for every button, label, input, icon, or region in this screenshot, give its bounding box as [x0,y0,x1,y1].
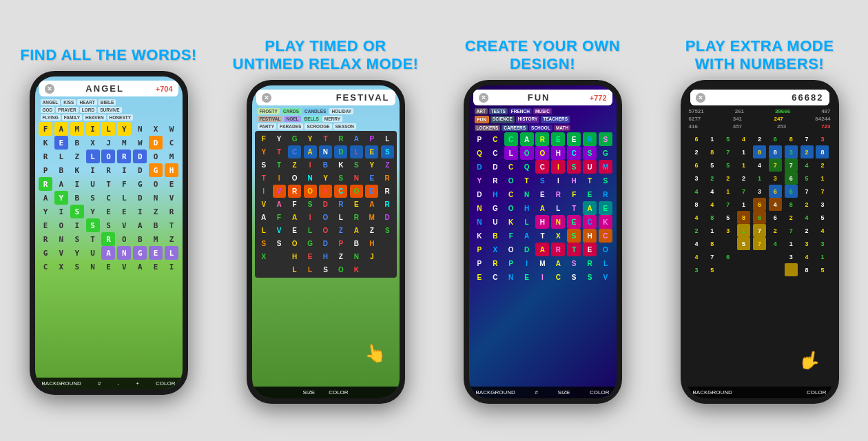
grid-cell[interactable]: B [54,163,68,177]
grid-cell[interactable]: O [149,177,163,191]
grid-cell[interactable]: I [304,211,317,224]
grid-cell[interactable]: B [350,237,363,250]
grid-cell[interactable]: S [599,174,612,187]
grid-cell[interactable]: R [39,150,52,163]
grid-cell[interactable]: T [86,232,100,246]
grid-cell[interactable]: Z [70,150,84,163]
search-bar-4[interactable]: ✕ 66682 [690,90,829,105]
grid-cell[interactable]: R [381,198,394,211]
grid-cell[interactable]: D [473,187,486,201]
grid-cell[interactable]: K [473,229,486,243]
grid-cell[interactable]: Z [334,250,347,263]
grid-cell[interactable]: T [257,172,270,185]
grid-cell[interactable] [365,263,378,276]
grid-cell[interactable]: D [149,136,163,150]
grid-cell[interactable]: Y [39,205,52,218]
grid-cell[interactable]: P [473,243,486,256]
grid-cell[interactable]: M [165,150,178,163]
grid-cell[interactable]: F [288,198,301,211]
grid-cell[interactable]: X [257,250,270,263]
grid-cell[interactable]: O [288,172,301,185]
grid-cell[interactable]: S [257,158,270,172]
num-cell[interactable]: 1 [816,172,829,185]
grid-cell[interactable]: Y [473,174,486,187]
grid-cell[interactable]: O [599,243,612,256]
grid-cell[interactable]: E [535,187,549,201]
num-cell[interactable]: 3 [785,250,798,263]
grid-cell[interactable]: E [101,260,115,274]
grid-cell[interactable]: L [117,191,131,205]
grid-cell[interactable]: Y [257,145,270,158]
grid-cell[interactable]: Z [165,232,178,246]
grid-cell[interactable]: H [551,146,565,160]
grid-cell[interactable]: X [149,122,163,136]
grid-cell[interactable]: D [319,237,332,250]
grid-cell[interactable]: X [86,136,100,150]
grid-cell[interactable]: C [535,160,549,174]
grid-cell[interactable]: S [350,158,363,172]
num-cell[interactable]: 7 [800,132,814,145]
num-cell[interactable]: 8 [705,237,719,250]
grid-cell[interactable]: G [488,201,502,215]
num-cell[interactable]: 2 [705,172,719,185]
grid-cell[interactable]: O [504,243,518,256]
grid-cell[interactable]: V [54,246,68,260]
num-cell[interactable]: 6 [769,132,782,145]
grid-cell[interactable]: R [488,174,502,187]
grid-cell[interactable]: R [535,132,549,146]
grid-cell[interactable]: E [567,215,581,229]
grid-cell[interactable]: A [304,145,317,158]
grid-cell[interactable]: B [133,232,147,246]
grid-cell[interactable]: N [133,122,147,136]
grid-cell[interactable]: D [319,198,332,211]
grid-cell[interactable]: P [39,163,52,177]
grid-cell[interactable]: H [288,250,301,263]
search-bar-2[interactable]: ✕ FESTIVAL [256,90,395,105]
grid-cell[interactable]: V [117,260,131,274]
grid-cell[interactable]: P [473,256,486,270]
grid-cell[interactable] [273,250,286,263]
grid-cell[interactable]: I [86,122,100,136]
num-cell[interactable]: 4 [690,250,703,263]
grid-cell[interactable]: D [133,150,147,163]
grid-cell[interactable]: N [86,260,100,274]
num-cell[interactable]: 3 [816,132,829,145]
grid-cell[interactable]: Z [334,224,347,237]
grid-cell[interactable]: G [304,237,317,250]
num-cell[interactable]: 5 [785,185,798,198]
grid-cell[interactable]: S [535,174,549,187]
grid-cell[interactable] [273,263,286,276]
num-cell[interactable]: 7 [753,237,766,250]
grid-cell[interactable]: B [70,191,84,205]
grid-cell[interactable]: H [535,215,549,229]
grid-cell[interactable]: P [473,132,486,146]
grid-cell[interactable]: Z [365,224,378,237]
grid-cell[interactable]: T [520,174,534,187]
num-cell[interactable]: 8 [753,145,766,158]
num-cell[interactable]: 4 [737,132,750,145]
num-cell[interactable]: 5 [800,172,814,185]
grid-cell[interactable]: N [504,270,518,284]
grid-cell[interactable]: B [149,218,163,232]
num-cell[interactable]: 7 [705,250,719,263]
num-cell[interactable]: 3 [721,224,734,237]
grid-cell[interactable]: C [488,132,502,146]
num-cell[interactable]: 3 [690,263,703,276]
grid-cell[interactable]: V [273,224,286,237]
grid-cell[interactable]: R [488,256,502,270]
grid-cell[interactable]: A [551,256,565,270]
grid-cell[interactable]: T [273,158,286,172]
num-cell[interactable]: 3 [816,198,829,211]
num-cell[interactable]: 8 [816,145,829,158]
num-cell[interactable]: 2 [737,172,750,185]
grid-cell[interactable]: C [488,270,502,284]
grid-cell[interactable]: C [288,145,301,158]
grid-cell[interactable]: M [117,136,131,150]
grid-cell[interactable]: O [520,146,534,160]
grid-cell[interactable]: I [257,185,270,198]
grid-cell[interactable]: S [304,198,317,211]
grid-cell[interactable]: O [54,218,68,232]
grid-cell[interactable]: P [365,132,378,145]
grid-cell[interactable]: Y [70,246,84,260]
grid-cell[interactable]: Q [520,160,534,174]
